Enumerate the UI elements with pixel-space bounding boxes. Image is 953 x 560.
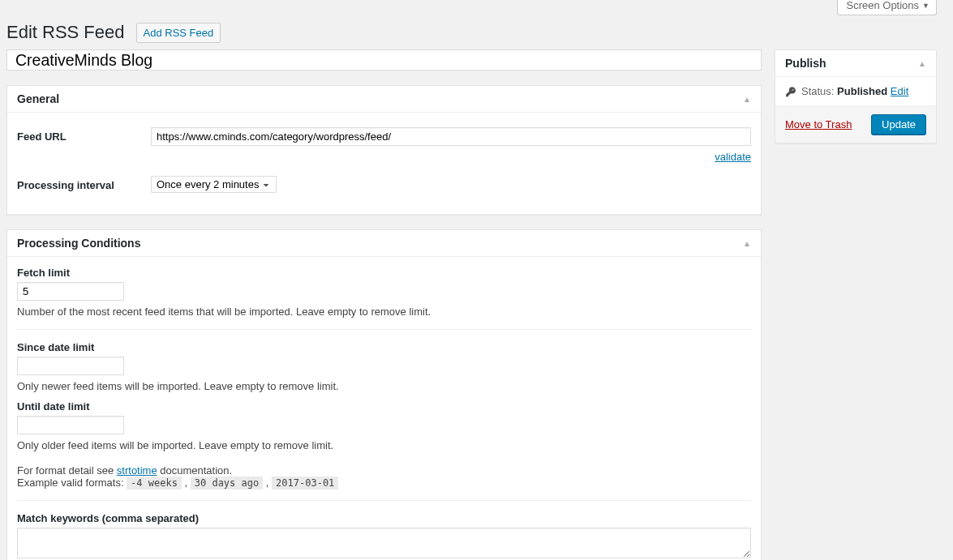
example-code: 2017-03-01 bbox=[272, 477, 338, 489]
publish-box: Publish ▲ Status: Published Edit Move to… bbox=[775, 49, 937, 143]
general-heading: General bbox=[17, 91, 59, 107]
until-date-label: Until date limit bbox=[17, 400, 751, 413]
collapse-toggle-icon[interactable]: ▲ bbox=[918, 59, 926, 68]
example-code: -4 weeks bbox=[127, 477, 182, 489]
match-keywords-textarea[interactable] bbox=[17, 528, 751, 558]
screen-options-button[interactable]: Screen Options ▼ bbox=[837, 0, 937, 15]
divider bbox=[17, 500, 751, 501]
general-box: General ▲ Feed URL validate Processing i… bbox=[6, 85, 762, 215]
processing-interval-label: Processing interval bbox=[17, 176, 151, 191]
status-value: Published bbox=[837, 85, 887, 97]
fetch-limit-label: Fetch limit bbox=[17, 267, 751, 279]
fetch-limit-input[interactable] bbox=[17, 282, 124, 301]
collapse-toggle-icon[interactable]: ▲ bbox=[743, 95, 751, 104]
processing-conditions-heading: Processing Conditions bbox=[17, 235, 140, 251]
since-date-description: Only newer feed items will be imported. … bbox=[17, 380, 751, 392]
page-title: Edit RSS Feed bbox=[6, 22, 125, 43]
update-button[interactable]: Update bbox=[871, 114, 926, 135]
until-date-input[interactable] bbox=[17, 416, 124, 434]
feed-url-input[interactable] bbox=[151, 127, 751, 146]
key-icon bbox=[785, 85, 796, 97]
divider bbox=[17, 329, 751, 330]
strtotime-link[interactable]: strtotime bbox=[117, 464, 157, 477]
format-hint: For format detail see strtotime document… bbox=[17, 464, 751, 489]
status-edit-link[interactable]: Edit bbox=[891, 85, 908, 97]
match-keywords-label: Match keywords (comma separated) bbox=[17, 512, 751, 524]
since-date-label: Since date limit bbox=[17, 341, 751, 353]
since-date-input[interactable] bbox=[17, 357, 124, 375]
feed-url-label: Feed URL bbox=[17, 127, 151, 143]
example-code: 30 days ago bbox=[191, 477, 263, 489]
fetch-limit-description: Number of the most recent feed items tha… bbox=[17, 306, 751, 318]
add-rss-feed-button[interactable]: Add RSS Feed bbox=[136, 23, 221, 43]
until-date-description: Only older feed items will be imported. … bbox=[17, 439, 751, 451]
move-to-trash-link[interactable]: Move to Trash bbox=[785, 118, 852, 130]
processing-conditions-box: Processing Conditions ▲ Fetch limit Numb… bbox=[6, 229, 762, 560]
status-label: Status: bbox=[801, 85, 834, 97]
publish-heading: Publish bbox=[785, 55, 826, 71]
validate-link[interactable]: validate bbox=[715, 151, 751, 163]
screen-options-label: Screen Options bbox=[846, 0, 919, 11]
feed-title-input[interactable] bbox=[6, 49, 762, 71]
chevron-down-icon: ▼ bbox=[922, 2, 929, 10]
collapse-toggle-icon[interactable]: ▲ bbox=[743, 239, 751, 248]
processing-interval-select[interactable]: Once every 2 minutes bbox=[151, 176, 277, 193]
